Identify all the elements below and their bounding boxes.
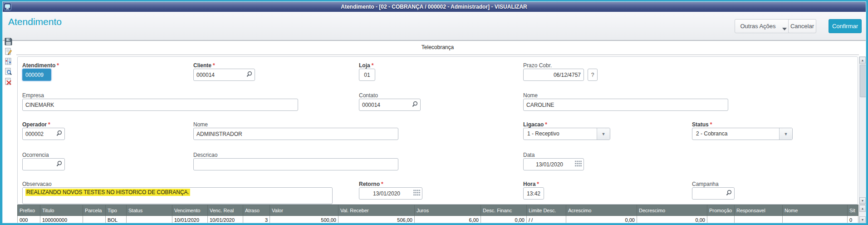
grid-column-header[interactable]: Parcela: [83, 205, 106, 216]
grid-column-header[interactable]: Sit: [848, 205, 858, 216]
grid-column-header[interactable]: Status: [127, 205, 172, 216]
table-cell: 0: [848, 216, 858, 225]
field-contato: Contato: [359, 92, 421, 111]
search-document-button[interactable]: [3, 67, 13, 77]
ligacao-label: Ligacao*: [523, 121, 610, 127]
tab-telecobranca[interactable]: Telecobrança: [413, 41, 462, 54]
grid-column-header[interactable]: Tipo: [106, 205, 127, 216]
grid-column-header[interactable]: Val. Receber: [338, 205, 415, 216]
nome-contato-input[interactable]: [523, 99, 728, 111]
field-observacao: Observacao: [22, 181, 333, 187]
required-marker: *: [48, 121, 50, 128]
chevron-down-icon: [782, 28, 787, 30]
hora-input[interactable]: [523, 187, 544, 200]
magnifier-icon[interactable]: [726, 190, 732, 196]
grid-column-header[interactable]: Atraso: [243, 205, 270, 216]
delete-document-button[interactable]: [3, 77, 13, 87]
magnifier-icon[interactable]: [56, 160, 63, 167]
status-select[interactable]: 2 - Cobranca ▼: [692, 128, 793, 140]
loja-input[interactable]: [359, 69, 375, 81]
table-cell: [83, 216, 106, 225]
field-nome-operador: Nome: [193, 121, 398, 140]
nome-operador-input[interactable]: [193, 128, 398, 140]
field-loja: Loja*: [359, 62, 375, 81]
grid-column-header[interactable]: Nome: [783, 205, 848, 216]
calendar-icon[interactable]: [575, 161, 582, 167]
window-titlebar: Atendimento - [02 - COBRANÇA / 000002 - …: [2, 1, 866, 12]
grid-column-header[interactable]: Juros: [415, 205, 481, 216]
prazo-help-button[interactable]: ?: [588, 69, 598, 81]
cliente-label: Cliente*: [193, 62, 255, 68]
field-operador: Operador*: [22, 121, 65, 140]
confirmar-button[interactable]: Confirmar: [829, 19, 862, 33]
table-cell: 6,00: [415, 216, 481, 225]
data-label: Data: [523, 152, 584, 158]
magnifier-icon[interactable]: [246, 71, 253, 78]
campanha-label: Campanha: [692, 181, 735, 187]
status-selected-value: 2 - Cobranca: [692, 128, 779, 140]
atendimento-input[interactable]: [22, 69, 51, 81]
table-cell: 3: [243, 216, 270, 225]
table-cell: 10/01/2020: [208, 216, 243, 225]
retorno-input[interactable]: [359, 187, 422, 200]
grid-column-header[interactable]: Valor: [270, 205, 338, 216]
grid-column-header[interactable]: Venc. Real: [208, 205, 243, 216]
grid-column-header[interactable]: Titulo: [40, 205, 83, 216]
grid-column-header[interactable]: Prefixo: [18, 205, 40, 216]
field-cliente: Cliente*: [193, 62, 255, 81]
observacao-textarea[interactable]: REALIZANDO NOVOS TESTES NO HISTORICO DE …: [22, 187, 333, 204]
prazo-cobr-input[interactable]: [523, 69, 584, 81]
ligacao-select[interactable]: 1 - Receptivo ▼: [523, 128, 610, 140]
ligacao-selected-value: 1 - Receptivo: [524, 128, 597, 140]
atendimento-label: Atendimento*: [22, 62, 51, 68]
scroll-up-button[interactable]: ▲: [859, 205, 866, 212]
outras-acoes-button[interactable]: Outras Ações: [735, 19, 792, 33]
grid-column-header[interactable]: Decrescimo: [637, 205, 707, 216]
spreadsheet-button[interactable]: [3, 57, 13, 67]
prazo-cobr-label: Prazo Cobr.: [523, 62, 584, 68]
scroll-down-button[interactable]: ▼: [859, 197, 866, 204]
field-nome-contato: Nome: [523, 92, 728, 111]
grid-column-header[interactable]: Responsavel: [735, 205, 783, 216]
grid-column-header[interactable]: Limite Desc.: [527, 205, 566, 216]
contato-label: Contato: [359, 92, 421, 98]
magnifier-icon[interactable]: [412, 101, 418, 108]
field-ocorrencia: Ocorrencia: [22, 152, 65, 170]
save-button[interactable]: [3, 37, 13, 47]
scroll-up-button[interactable]: ▲: [859, 57, 866, 64]
magnifier-icon[interactable]: [56, 130, 63, 137]
chevron-down-icon[interactable]: ▼: [779, 128, 792, 140]
window-title: Atendimento - [02 - COBRANÇA / 000002 - …: [2, 4, 866, 10]
outras-acoes-label: Outras Ações: [740, 23, 775, 30]
table-cell: 500,00: [270, 216, 338, 225]
operador-label: Operador*: [22, 121, 65, 127]
nome-operador-label: Nome: [193, 121, 398, 127]
table-cell: [127, 216, 172, 225]
scrollbar-thumb[interactable]: [860, 65, 866, 97]
descricao-input[interactable]: [193, 158, 398, 170]
ocorrencia-label: Ocorrencia: [22, 152, 65, 158]
grid-column-header[interactable]: Acrescimo: [566, 205, 637, 216]
grid-column-header[interactable]: Promoção: [707, 205, 735, 216]
table-cell: 0,00: [637, 216, 707, 225]
scroll-down-button[interactable]: ▼: [859, 216, 866, 223]
retorno-label: Retorno*: [359, 181, 422, 187]
grid-header-row: Prefixo Titulo Parcela Tipo Status Venci…: [18, 205, 858, 216]
table-cell: [735, 216, 783, 225]
edit-note-button[interactable]: [3, 47, 13, 57]
grid-column-header[interactable]: Vencimento: [172, 205, 208, 216]
table-cell: 0,00: [566, 216, 637, 225]
loja-label: Loja*: [359, 62, 375, 68]
chevron-down-icon[interactable]: ▼: [597, 128, 610, 140]
table-row[interactable]: 000 100000000 BOL 10/01/2020 10/01/2020 …: [18, 216, 858, 225]
empresa-input[interactable]: [22, 99, 298, 111]
calendar-icon[interactable]: [413, 190, 420, 196]
table-cell: [783, 216, 848, 225]
required-marker: *: [710, 121, 712, 128]
field-ligacao: Ligacao* 1 - Receptivo ▼: [523, 121, 610, 140]
grid-scrollbar: ▲ ▼: [859, 205, 866, 224]
grid-column-header[interactable]: Desc. Financ: [481, 205, 527, 216]
cancelar-button[interactable]: Cancelar: [788, 19, 816, 33]
page-title: Atendimento: [8, 16, 62, 27]
form-panel: Atendimento* Cliente* Loja* Prazo Cobr. …: [17, 56, 858, 205]
